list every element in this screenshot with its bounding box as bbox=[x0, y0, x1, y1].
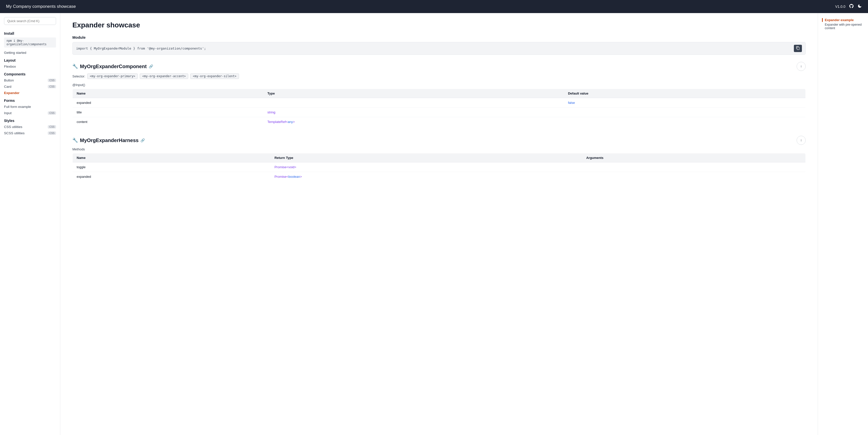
col-name-header-h: Name bbox=[73, 153, 271, 163]
input-default-content bbox=[564, 117, 805, 127]
input-name-title: title bbox=[73, 108, 264, 117]
input-default-expanded: false bbox=[568, 101, 575, 105]
right-panel-desc: Expander with pre-opened content bbox=[822, 23, 864, 30]
input-type-expanded bbox=[264, 98, 564, 108]
sidebar-item-css-utilities[interactable]: CSS utilities CSS bbox=[0, 124, 60, 130]
sidebar-section-install: Install bbox=[0, 29, 60, 36]
page-title: Expander showcase bbox=[72, 21, 806, 29]
method-return-toggle: Promise<void> bbox=[274, 165, 296, 169]
input-type-content: TemplateRef<any> bbox=[268, 120, 295, 124]
css-utilities-badge: CSS bbox=[48, 125, 56, 128]
col-return-type-header: Return Type bbox=[270, 153, 582, 163]
input-decorator-label: @Input() bbox=[72, 83, 806, 87]
version-label: V1.0.0 bbox=[835, 4, 845, 8]
app-title: My Company components showcase bbox=[6, 4, 76, 9]
page-layout: Install npm i @my-organization/component… bbox=[0, 13, 868, 435]
module-code-block: import { MyOrgExpanderModule } from '@my… bbox=[72, 42, 806, 55]
col-arguments-header: Arguments bbox=[582, 153, 806, 163]
sidebar-item-scss-utilities[interactable]: SCSS utilities CSS bbox=[0, 130, 60, 136]
table-row: expanded Promise<boolean> bbox=[73, 172, 806, 181]
table-row: content TemplateRef<any> bbox=[73, 117, 806, 127]
component-section-expander: 🔧 MyOrgExpanderComponent 🔗 ↑ Selector: <… bbox=[72, 62, 806, 127]
sidebar-item-input[interactable]: Input CSS bbox=[0, 110, 60, 116]
component-name-expander: MyOrgExpanderComponent bbox=[80, 64, 147, 69]
table-row: title string bbox=[73, 108, 806, 117]
sidebar-section-styles: Styles bbox=[0, 116, 60, 124]
col-type-header: Type bbox=[264, 89, 564, 98]
sidebar-item-expander[interactable]: Expander bbox=[0, 90, 60, 96]
input-name-expanded: expanded bbox=[73, 98, 264, 108]
component-header-expander: 🔧 MyOrgExpanderComponent 🔗 ↑ bbox=[72, 62, 806, 71]
link-icon-1[interactable]: 🔗 bbox=[149, 64, 153, 68]
component-name-harness: MyOrgExpanderHarness bbox=[80, 138, 138, 143]
wrench-icon-2: 🔧 bbox=[72, 138, 78, 143]
right-panel-item: Expander example Expander with pre-opene… bbox=[822, 18, 864, 30]
sidebar-section-components: Components bbox=[0, 70, 60, 77]
component-section-harness: 🔧 MyOrgExpanderHarness 🔗 ↑ Methods Name … bbox=[72, 136, 806, 181]
scroll-top-button-1[interactable]: ↑ bbox=[797, 62, 806, 71]
selector-tag-silent: <my-org-expander-silent> bbox=[190, 74, 239, 79]
table-row: expanded false bbox=[73, 98, 806, 108]
input-badge: CSS bbox=[48, 111, 56, 115]
sidebar-section-layout: Layout bbox=[0, 56, 60, 63]
search-input[interactable] bbox=[4, 17, 56, 25]
button-badge: CSS bbox=[48, 79, 56, 82]
methods-label: Methods bbox=[72, 147, 806, 151]
component-inputs-table: Name Type Default value expanded false t… bbox=[72, 89, 806, 127]
theme-toggle-icon[interactable] bbox=[858, 4, 862, 9]
copy-button[interactable] bbox=[794, 45, 802, 52]
card-badge: CSS bbox=[48, 85, 56, 88]
selector-tag-accent: <my-org-expander-accent> bbox=[140, 74, 188, 79]
input-type-title: string bbox=[268, 110, 275, 114]
method-name-toggle: toggle bbox=[73, 163, 271, 172]
method-args-expanded bbox=[582, 172, 806, 181]
module-code: import { MyOrgExpanderModule } from '@my… bbox=[76, 47, 206, 50]
harness-methods-table: Name Return Type Arguments toggle Promis… bbox=[72, 153, 806, 181]
component-header-harness: 🔧 MyOrgExpanderHarness 🔗 ↑ bbox=[72, 136, 806, 145]
sidebar-item-card[interactable]: Card CSS bbox=[0, 84, 60, 90]
scroll-top-button-2[interactable]: ↑ bbox=[797, 136, 806, 145]
scss-utilities-badge: CSS bbox=[48, 132, 56, 135]
header-right: V1.0.0 bbox=[835, 3, 862, 10]
selector-row: Selector: <my-org-expander-primary> <my-… bbox=[72, 74, 806, 79]
search-container[interactable] bbox=[4, 17, 56, 25]
app-header: My Company components showcase V1.0.0 bbox=[0, 0, 868, 13]
sidebar-item-getting-started[interactable]: Getting started bbox=[0, 50, 60, 56]
right-panel-link[interactable]: Expander example bbox=[822, 18, 864, 22]
github-icon[interactable] bbox=[849, 3, 854, 10]
col-default-header: Default value bbox=[564, 89, 805, 98]
input-default-title bbox=[564, 108, 805, 117]
sidebar: Install npm i @my-organization/component… bbox=[0, 13, 60, 435]
input-name-content: content bbox=[73, 117, 264, 127]
sidebar-section-forms: Forms bbox=[0, 96, 60, 104]
module-label: Module bbox=[72, 35, 806, 39]
method-return-expanded: Promise<boolean> bbox=[274, 175, 302, 178]
method-args-toggle bbox=[582, 163, 806, 172]
component-title-harness: 🔧 MyOrgExpanderHarness 🔗 bbox=[72, 138, 145, 143]
component-title-expander: 🔧 MyOrgExpanderComponent 🔗 bbox=[72, 64, 153, 69]
selector-label: Selector: bbox=[72, 75, 85, 78]
link-icon-2[interactable]: 🔗 bbox=[141, 138, 145, 142]
col-name-header: Name bbox=[73, 89, 264, 98]
sidebar-item-flexbox[interactable]: Flexbox bbox=[0, 63, 60, 70]
wrench-icon-1: 🔧 bbox=[72, 64, 78, 69]
sidebar-item-button[interactable]: Button CSS bbox=[0, 77, 60, 84]
right-panel: Expander example Expander with pre-opene… bbox=[818, 13, 868, 435]
sidebar-item-full-form[interactable]: Full form example bbox=[0, 104, 60, 110]
selector-tag-primary: <my-org-expander-primary> bbox=[87, 74, 138, 79]
install-command: npm i @my-organization/components bbox=[4, 37, 56, 48]
table-row: toggle Promise<void> bbox=[73, 163, 806, 172]
method-name-expanded: expanded bbox=[73, 172, 271, 181]
main-content: Expander showcase Module import { MyOrgE… bbox=[60, 13, 818, 435]
